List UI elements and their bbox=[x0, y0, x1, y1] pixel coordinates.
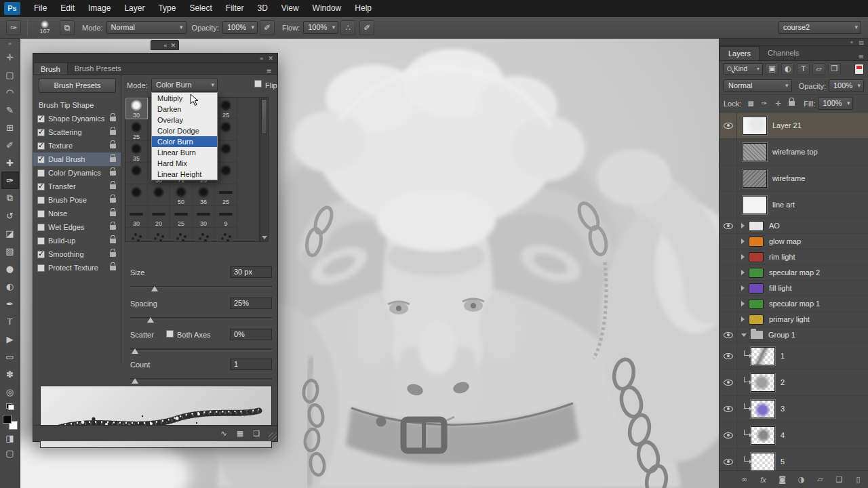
scatter-slider[interactable] bbox=[130, 346, 272, 353]
slider-thumb[interactable] bbox=[147, 317, 154, 323]
expand-icon[interactable] bbox=[741, 285, 745, 291]
count-value-field[interactable]: 1 bbox=[230, 359, 272, 370]
blend-mode-select[interactable]: Normal bbox=[106, 21, 186, 34]
layer-row-wireframe-top[interactable]: wireframe top bbox=[719, 139, 868, 165]
filter-kind-select[interactable]: Kind ▾ bbox=[724, 63, 763, 75]
layer-effects-icon[interactable]: fx bbox=[757, 476, 769, 484]
checkbox[interactable] bbox=[37, 142, 45, 150]
menu-3d[interactable]: 3D bbox=[250, 0, 274, 17]
create-new-brush-icon[interactable]: ❑ bbox=[253, 429, 260, 438]
both-axes-checkbox[interactable] bbox=[166, 330, 174, 338]
menu-file[interactable]: File bbox=[27, 0, 54, 17]
grid-scrollbar[interactable] bbox=[260, 97, 269, 242]
checkbox[interactable] bbox=[37, 251, 45, 258]
visibility-toggle[interactable] bbox=[719, 234, 737, 249]
layer-thumbnail[interactable] bbox=[743, 196, 767, 214]
size-value-field[interactable]: 30 px bbox=[230, 266, 272, 278]
slider-thumb[interactable] bbox=[132, 378, 138, 384]
layer-thumbnail[interactable] bbox=[751, 453, 775, 471]
brush-tip-cell[interactable] bbox=[215, 163, 237, 184]
filter-on-off-toggle[interactable] bbox=[854, 64, 864, 75]
screen-mode-button[interactable]: ▢ bbox=[1, 445, 19, 460]
visibility-toggle[interactable] bbox=[719, 265, 737, 280]
zoom-tool[interactable]: ◎ bbox=[1, 383, 19, 401]
dodge-tool[interactable]: ◐ bbox=[1, 277, 19, 295]
brush-tip-cell[interactable] bbox=[215, 119, 237, 141]
filter-adjustment-layers-icon[interactable]: ◐ bbox=[781, 63, 794, 75]
brush-tip-cell[interactable]: 35 bbox=[125, 141, 148, 163]
layer-fill-select[interactable]: 100% bbox=[818, 97, 853, 110]
layer-blend-mode-select[interactable]: Normal bbox=[724, 79, 792, 92]
lock-icon[interactable] bbox=[110, 266, 116, 270]
brush-tip-cell[interactable] bbox=[125, 163, 148, 184]
scatter-value-field[interactable]: 0% bbox=[230, 329, 272, 340]
brush-tip-cell[interactable]: 25 bbox=[170, 206, 193, 228]
eyedropper-tool[interactable]: ✐ bbox=[1, 136, 19, 154]
lock-icon[interactable] bbox=[110, 198, 116, 203]
healing-brush-tool[interactable]: ✚ bbox=[1, 154, 19, 171]
pressure-size-icon[interactable]: ✐ bbox=[359, 20, 374, 35]
lock-icon[interactable] bbox=[110, 211, 116, 216]
collapse-dock-icon[interactable]: « bbox=[850, 39, 854, 45]
toggle-stroke-preview-icon[interactable]: ∿ bbox=[221, 429, 227, 438]
expand-icon[interactable] bbox=[741, 317, 745, 322]
option-protect-texture[interactable]: Protect Texture bbox=[33, 261, 121, 274]
visibility-toggle[interactable] bbox=[719, 369, 737, 395]
expand-icon[interactable] bbox=[741, 254, 745, 260]
spacing-slider[interactable] bbox=[130, 315, 272, 322]
layer-row-wireframe[interactable]: wireframe bbox=[719, 165, 868, 192]
option-build-up[interactable]: Build-up bbox=[33, 234, 121, 247]
checkbox[interactable] bbox=[37, 169, 45, 177]
brush-tip-cell[interactable]: 36 bbox=[193, 184, 215, 206]
filter-type-layers-icon[interactable]: T bbox=[797, 63, 810, 75]
layer-thumbnail[interactable] bbox=[743, 117, 767, 135]
checkbox[interactable] bbox=[37, 129, 45, 136]
collapse-tools-icon[interactable]: » bbox=[0, 39, 20, 48]
brush-tool[interactable]: ✑ bbox=[1, 171, 19, 189]
layer-row-glow-map[interactable]: glow map bbox=[719, 234, 868, 249]
layer-row-2[interactable]: 2 bbox=[719, 369, 868, 396]
menu-item-darken[interactable]: Darken bbox=[152, 104, 217, 115]
flow-select[interactable]: 100% bbox=[303, 21, 338, 34]
dual-brush-mode-select[interactable]: Color Burn bbox=[151, 79, 218, 92]
lock-icon[interactable] bbox=[110, 239, 116, 243]
close-panel-icon[interactable]: ✕ bbox=[170, 42, 176, 49]
layer-row-rim-light[interactable]: rim light bbox=[719, 249, 868, 265]
eraser-tool[interactable]: ◪ bbox=[1, 224, 19, 242]
menu-help[interactable]: Help bbox=[348, 0, 378, 17]
visibility-toggle[interactable] bbox=[719, 343, 737, 369]
visibility-toggle[interactable] bbox=[719, 249, 737, 264]
menu-item-hard-mix[interactable]: Hard Mix bbox=[152, 158, 217, 169]
quick-selection-tool[interactable]: ✎ bbox=[1, 101, 19, 119]
lock-icon[interactable] bbox=[110, 144, 116, 148]
filter-smart-objects-icon[interactable]: ❒ bbox=[828, 63, 841, 75]
workspace-switcher[interactable]: course2 bbox=[778, 21, 861, 34]
blur-tool[interactable]: ● bbox=[1, 260, 19, 277]
tab-channels[interactable]: Channels bbox=[760, 46, 807, 60]
visibility-toggle[interactable] bbox=[719, 449, 737, 470]
adjustment-layer-icon[interactable]: ◑ bbox=[795, 475, 807, 484]
lock-position-icon[interactable]: ✛ bbox=[772, 98, 783, 109]
visibility-toggle[interactable] bbox=[719, 281, 737, 296]
layer-thumbnail[interactable] bbox=[751, 426, 775, 445]
layer-row-1[interactable]: 1 bbox=[719, 343, 868, 369]
menu-image[interactable]: Image bbox=[81, 0, 117, 17]
brush-panel-header[interactable]: « ✕ bbox=[33, 54, 277, 63]
menu-window[interactable]: Window bbox=[306, 0, 349, 17]
menu-select[interactable]: Select bbox=[182, 0, 218, 17]
brush-tip-cell[interactable]: 25 bbox=[125, 119, 148, 141]
brush-tip-cell[interactable]: 9 bbox=[215, 206, 237, 228]
collapse-to-icons-icon[interactable]: « bbox=[260, 55, 264, 62]
new-layer-icon[interactable]: ❑ bbox=[833, 475, 845, 484]
menu-item-multiply[interactable]: Multiply bbox=[152, 93, 217, 104]
brush-tip-cell[interactable]: 25 bbox=[215, 98, 237, 119]
option-wet-edges[interactable]: Wet Edges bbox=[33, 220, 121, 234]
lasso-tool[interactable]: ◠ bbox=[1, 83, 19, 101]
layer-thumbnail[interactable] bbox=[743, 169, 767, 188]
add-layer-mask-icon[interactable]: ◙ bbox=[776, 475, 788, 484]
scrollbar-thumb[interactable] bbox=[261, 99, 267, 134]
menu-filter[interactable]: Filter bbox=[219, 0, 251, 17]
menu-item-color-dodge[interactable]: Color Dodge bbox=[152, 125, 217, 136]
lock-icon[interactable] bbox=[110, 117, 116, 121]
option-transfer[interactable]: Transfer bbox=[33, 180, 121, 193]
